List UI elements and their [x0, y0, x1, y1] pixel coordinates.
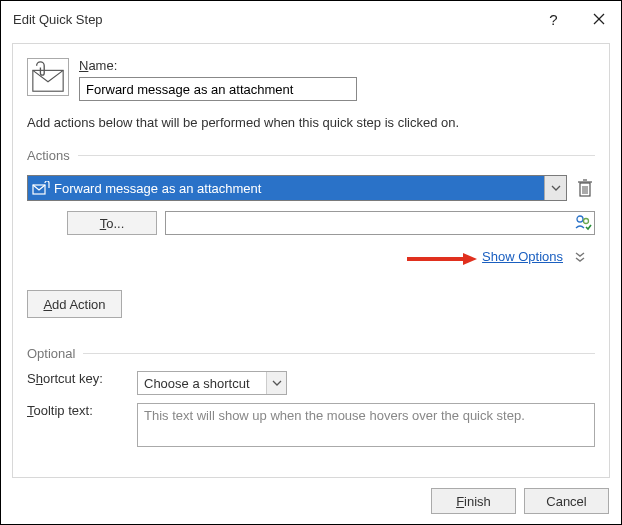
- to-input[interactable]: [166, 212, 572, 234]
- delete-action-button[interactable]: [575, 177, 595, 199]
- annotation-arrow: [407, 251, 477, 267]
- address-book-icon[interactable]: [572, 212, 594, 234]
- action-type-dropdown[interactable]: Forward message as an attachment: [27, 175, 567, 201]
- optional-grid: Shortcut key:Shortcut key: Choose a shor…: [27, 371, 595, 450]
- tooltip-textarea[interactable]: [137, 403, 595, 447]
- chevron-expand-icon[interactable]: [573, 250, 587, 264]
- titlebar-controls: ?: [531, 3, 621, 35]
- optional-header-label: Optional: [27, 346, 75, 361]
- actions-group-header: Actions: [27, 148, 595, 163]
- close-button[interactable]: [576, 3, 621, 35]
- tooltip-label: Tooltip text:Tooltip text:: [27, 403, 137, 418]
- svg-point-11: [584, 219, 589, 224]
- svg-point-10: [577, 216, 583, 222]
- shortcut-dropdown[interactable]: Choose a shortcut: [137, 371, 287, 395]
- action-selected: Forward message as an attachment: [28, 181, 544, 196]
- to-row: To... To...: [67, 211, 595, 235]
- optional-group-header: Optional: [27, 346, 595, 361]
- show-options-row: Show Options: [27, 249, 595, 264]
- name-input[interactable]: [79, 77, 357, 101]
- titlebar: Edit Quick Step ?: [1, 1, 621, 37]
- window-title: Edit Quick Step: [13, 12, 103, 27]
- name-row: NName:ame:: [27, 58, 595, 101]
- to-button[interactable]: To... To...: [67, 211, 157, 235]
- mail-attachment-icon: [27, 58, 69, 96]
- help-button[interactable]: ?: [531, 3, 576, 35]
- to-field[interactable]: [165, 211, 595, 235]
- actions-header-label: Actions: [27, 148, 70, 163]
- show-options-link[interactable]: Show Options: [482, 249, 563, 264]
- chevron-down-icon: [544, 176, 566, 200]
- divider: [83, 353, 595, 354]
- content-area: NName:ame: Add actions below that will b…: [12, 43, 610, 478]
- shortcut-label: Shortcut key:Shortcut key:: [27, 371, 137, 386]
- svg-marker-13: [463, 253, 477, 265]
- chevron-down-icon: [266, 372, 286, 394]
- finish-button[interactable]: FinishFinish: [431, 488, 516, 514]
- forward-attachment-icon: [32, 181, 50, 195]
- trash-icon: [577, 178, 593, 198]
- cancel-button[interactable]: Cancel: [524, 488, 609, 514]
- shortcut-selected: Choose a shortcut: [144, 376, 250, 391]
- action-row: Forward message as an attachment: [27, 175, 595, 201]
- instructions-text: Add actions below that will be performed…: [27, 115, 595, 130]
- divider: [78, 155, 595, 156]
- name-label: NName:ame:: [79, 58, 595, 73]
- close-icon: [593, 13, 605, 25]
- dialog-footer: FinishFinish Cancel: [431, 488, 609, 514]
- add-action-button[interactable]: Add Action Add Action: [27, 290, 122, 318]
- edit-quick-step-dialog: Edit Quick Step ? NName:ame: Add actions…: [0, 0, 622, 525]
